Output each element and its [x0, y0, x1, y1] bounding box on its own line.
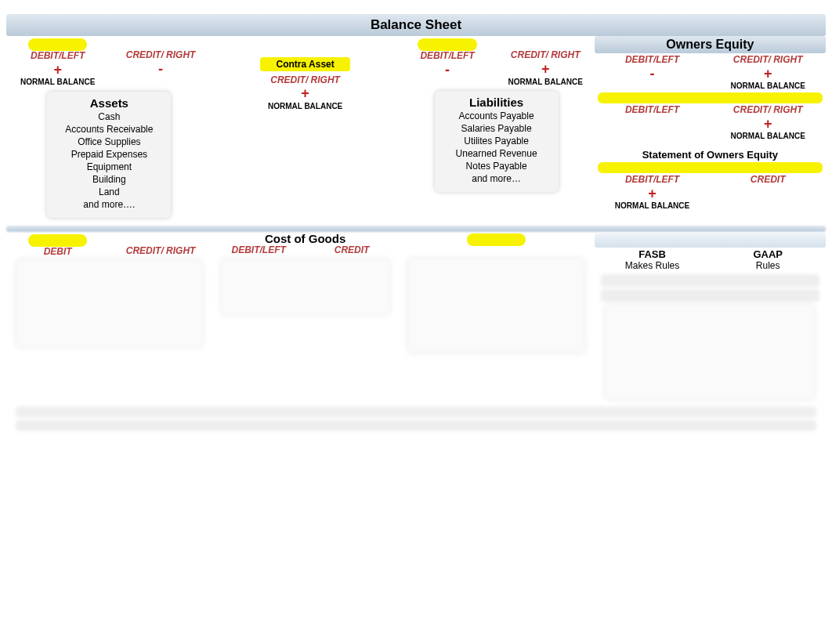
- cog-debit-label: DEBIT/LEFT: [212, 245, 306, 256]
- bottom-blur-2: [16, 420, 816, 431]
- liabilities-credit-label: CREDIT/ RIGHT: [497, 50, 595, 61]
- balance-sheet-header: Balance Sheet: [6, 14, 826, 36]
- chip-blur: [28, 234, 87, 247]
- contra-normal-balance: NORMAL BALANCE: [212, 102, 399, 110]
- expenses-column-blur: DEBIT CREDIT/ RIGHT: [6, 232, 212, 350]
- liabilities-listbox: Liabilities Accounts Payable Salaries Pa…: [435, 91, 559, 192]
- contra-plus: +: [212, 85, 399, 102]
- liabilities-item: Salaries Payable: [438, 123, 555, 134]
- oe-credit-label: CREDIT/ RIGHT: [710, 55, 826, 66]
- exp-credit-label: CREDIT/ RIGHT: [109, 246, 212, 257]
- rev-list-blur: [408, 259, 584, 353]
- oe2-normal-balance: NORMAL BALANCE: [710, 132, 826, 141]
- liabilities-debit-label: DEBIT/LEFT: [398, 51, 496, 62]
- cog-credit-label: CREDIT: [306, 245, 399, 256]
- contra-asset-column: Contra Asset CREDIT/ RIGHT + NORMAL BALA…: [212, 36, 399, 110]
- statement-oe-title: Statement of Owners Equity: [595, 149, 826, 161]
- liabilities-item: Notes Payable: [438, 161, 555, 172]
- assets-item: Accounts Receivable: [50, 124, 168, 135]
- cog-title: Cost of Goods: [212, 232, 399, 245]
- cost-of-goods-column: Cost of Goods DEBIT/LEFT CREDIT: [212, 232, 399, 317]
- liabilities-item: Accounts Payable: [438, 110, 555, 121]
- owners-equity-column: Owners Equity DEBIT/LEFT - CREDIT/ RIGHT…: [595, 36, 826, 211]
- bottom-blur-1: [16, 407, 816, 418]
- assets-item: and more….: [50, 199, 168, 210]
- cog-list-blur: [222, 259, 389, 314]
- assets-item: Cash: [50, 111, 168, 122]
- chip-blur-2: [467, 233, 526, 246]
- fasb-desc: Makes Rules: [595, 261, 711, 272]
- oe-minus: -: [595, 66, 711, 82]
- oe-normal-balance: NORMAL BALANCE: [710, 81, 826, 91]
- assets-plus: +: [6, 62, 109, 78]
- blur-bar: [601, 289, 819, 302]
- liabilities-item: Unearned Revenue: [438, 148, 555, 159]
- assets-debit-label: DEBIT/LEFT: [6, 51, 109, 62]
- assets-credit-label: CREDIT/ RIGHT: [109, 50, 212, 61]
- gaap-desc: Rules: [710, 261, 826, 272]
- principles-list-blur: [606, 305, 814, 399]
- oe2-plus: +: [710, 116, 826, 132]
- assets-item: Prepaid Expenses: [50, 149, 168, 160]
- exp-debit-label: DEBIT: [6, 247, 109, 258]
- blur-bar: [601, 274, 819, 287]
- soe-debit-label: DEBIT/LEFT: [595, 175, 711, 186]
- assets-listbox: Assets Cash Accounts Receivable Office S…: [47, 92, 171, 218]
- rev-blur-line: [398, 246, 594, 255]
- oe-debit-label: DEBIT/LEFT: [595, 55, 711, 66]
- oe-plus: +: [710, 66, 826, 82]
- assets-item: Office Supplies: [50, 136, 168, 147]
- liabilities-title: Liabilities: [438, 96, 555, 109]
- liabilities-normal-balance: NORMAL BALANCE: [497, 78, 595, 87]
- assets-minus: -: [109, 61, 212, 78]
- liabilities-chip: [418, 38, 476, 51]
- expenses-list-blur: [16, 260, 201, 346]
- gaap-name: GAAP: [710, 249, 826, 261]
- assets-item: Equipment: [50, 161, 168, 172]
- owners-equity-header: Owners Equity: [595, 36, 826, 53]
- contra-credit-label: CREDIT/ RIGHT: [212, 74, 399, 85]
- faint-blue-bar: [595, 233, 826, 248]
- contra-asset-title: Contra Asset: [260, 57, 349, 71]
- oe2-debit-label: DEBIT/LEFT: [595, 105, 711, 116]
- soe-plus: +: [595, 186, 711, 202]
- fasb-name: FASB: [595, 249, 711, 261]
- soe-normal-balance: NORMAL BALANCE: [595, 201, 711, 211]
- liabilities-item: and more…: [438, 173, 555, 184]
- assets-chip: [28, 38, 87, 51]
- liabilities-item: Utilites Payable: [438, 136, 555, 147]
- revenue-column-blur: [398, 232, 594, 356]
- liabilities-plus: +: [497, 61, 595, 78]
- soe-credit-label: CREDIT: [710, 175, 826, 186]
- fasb-gaap-column: FASB Makes Rules GAAP Rules: [595, 232, 826, 402]
- assets-item: Land: [50, 186, 168, 197]
- liabilities-column: DEBIT/LEFT - CREDIT/ RIGHT + NORMAL BALA…: [398, 36, 594, 192]
- assets-title: Assets: [50, 96, 168, 110]
- liabilities-minus: -: [398, 62, 496, 78]
- oe-yellow-bar-1: [598, 92, 823, 103]
- assets-column: DEBIT/LEFT + NORMAL BALANCE CREDIT/ RIGH…: [6, 36, 212, 218]
- assets-item: Building: [50, 174, 168, 185]
- oe-yellow-bar-2: [598, 162, 823, 173]
- income-statement-bar-blur: [6, 226, 826, 232]
- assets-normal-balance: NORMAL BALANCE: [6, 78, 109, 87]
- oe2-credit-label: CREDIT/ RIGHT: [710, 105, 826, 116]
